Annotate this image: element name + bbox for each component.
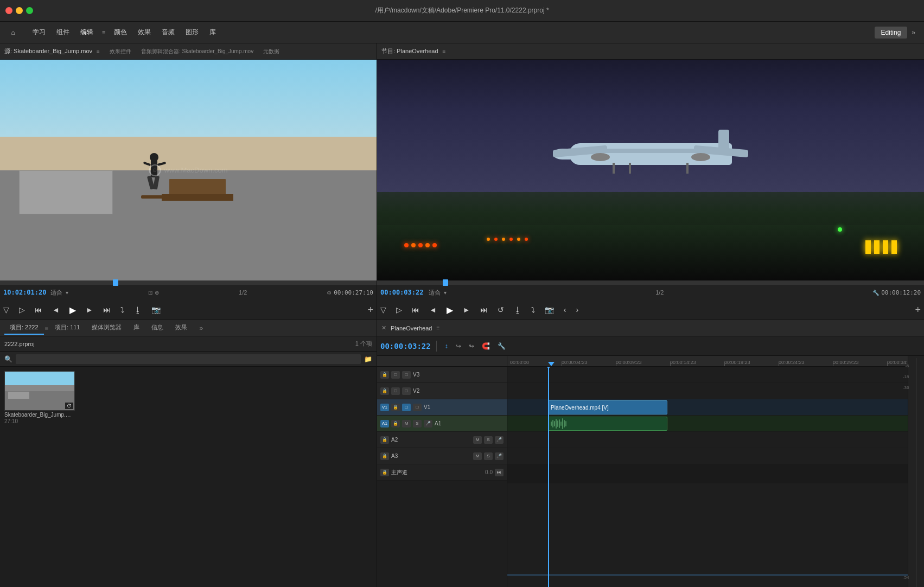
source-fit-label[interactable]: 适合 (50, 289, 62, 297)
source-timecode[interactable]: 10:02:01:20 (3, 289, 46, 296)
source-resolution[interactable]: 1/2 (239, 289, 247, 296)
a3-mic-btn[interactable]: 🎤 (495, 452, 504, 460)
program-mark-out[interactable]: ▷ (393, 303, 405, 316)
clip-planeover-video[interactable]: PlaneOverhead.mp4 [V] (548, 400, 667, 414)
a1-eye-btn[interactable]: M (402, 420, 411, 428)
program-play-back[interactable]: ◄ (426, 303, 440, 316)
a2-lock-btn[interactable]: 🔒 (380, 436, 389, 444)
source-mark-in[interactable]: ▽ (0, 303, 12, 316)
a3-s-btn[interactable]: S (484, 452, 493, 460)
program-insert[interactable]: ⭳ (511, 303, 525, 316)
a1-mic-btn[interactable]: 🎤 (424, 420, 432, 428)
program-step-back[interactable]: ⏮ (409, 303, 423, 316)
a1-active-btn[interactable]: A1 (380, 420, 389, 428)
program-resolution[interactable]: 1/2 (655, 289, 664, 296)
source-export-frame[interactable]: 📷 (148, 303, 164, 316)
clip-planeover-audio[interactable] (548, 417, 667, 431)
timeline-menu-icon[interactable]: ≡ (436, 325, 439, 331)
new-bin-icon[interactable]: 📁 (364, 355, 372, 363)
a2-s-btn[interactable]: S (484, 436, 493, 444)
program-fit-label[interactable]: 适合 (429, 289, 441, 297)
program-add-button[interactable]: + (912, 302, 924, 318)
v2-sync-btn[interactable]: □ (402, 387, 411, 395)
source-settings-icon[interactable]: ⚙ (327, 290, 332, 296)
close-button[interactable] (5, 7, 12, 14)
tab-media-browser[interactable]: 媒体浏览器 (86, 321, 127, 335)
source-add-button[interactable]: + (364, 302, 377, 318)
v1-active-btn[interactable]: V1 (380, 404, 389, 411)
media-item[interactable]: ⏱ Skateboarder_Big_Jump.mov 27:10 (4, 371, 75, 424)
tl-tool-ripple[interactable]: ↬ (466, 341, 477, 352)
source-overwrite[interactable]: ⭳ (131, 303, 145, 316)
menu-edit-icon[interactable]: ≡ (99, 27, 109, 38)
program-wrench-icon[interactable]: 🔧 (872, 290, 879, 296)
v1-sync-btn[interactable]: □ (413, 404, 422, 411)
program-fit-arrow[interactable]: ▾ (444, 290, 447, 296)
source-step-fwd[interactable]: ⏭ (100, 303, 114, 316)
source-export-icon[interactable]: ⊕ (155, 290, 159, 296)
source-scrubber[interactable] (0, 280, 377, 285)
program-scrubber[interactable] (377, 280, 924, 285)
source-play-fwd[interactable]: ► (82, 303, 97, 316)
source-fit-arrow[interactable]: ▾ (66, 290, 68, 296)
source-monitor-menu-icon[interactable]: ≡ (97, 48, 100, 54)
menu-audio[interactable]: 音频 (156, 25, 180, 39)
source-step-back[interactable]: ⏮ (31, 303, 46, 316)
menu-assembly[interactable]: 组件 (51, 25, 75, 39)
a1-lock-btn[interactable]: 🔒 (391, 420, 400, 428)
program-export[interactable]: 📷 (541, 303, 557, 316)
program-play[interactable]: ▶ (443, 303, 456, 317)
source-safe-icon[interactable]: ⊡ (148, 290, 152, 296)
v2-lock-btn[interactable]: 🔒 (380, 387, 389, 395)
program-step-fwd[interactable]: ⏭ (477, 303, 491, 316)
program-trim-next[interactable]: › (572, 303, 582, 316)
tab-info[interactable]: 信息 (146, 321, 169, 335)
v1-lock-btn[interactable]: 🔒 (391, 404, 400, 411)
menu-effects[interactable]: 效果 (132, 25, 156, 39)
source-mark-out[interactable]: ▷ (16, 303, 28, 316)
tab-project[interactable]: 项目: 2222 (4, 321, 44, 335)
source-tab-effects[interactable]: 效果控件 (110, 48, 131, 55)
timeline-close-icon[interactable]: ✕ (381, 324, 386, 331)
program-trim-prev[interactable]: ‹ (560, 303, 570, 316)
v3-eye-btn[interactable]: □ (391, 371, 400, 379)
program-timecode[interactable]: 00:00:03:22 (380, 289, 423, 296)
v1-eye-btn[interactable]: □ (402, 404, 411, 411)
tl-tool-wrench[interactable]: 🔧 (495, 341, 508, 352)
project-panel-menu-icon[interactable]: » (199, 324, 203, 332)
master-skip-btn[interactable]: ⏭ (495, 469, 504, 476)
a2-m-btn[interactable]: M (473, 436, 482, 444)
maximize-button[interactable] (26, 7, 33, 14)
menu-learn[interactable]: 学习 (27, 25, 51, 39)
editing-workspace-button[interactable]: Editing (875, 27, 908, 39)
menu-color[interactable]: 颜色 (109, 25, 132, 39)
source-tab-mixer[interactable]: 音频剪辑混合器: Skateboarder_Big_Jump.mov (141, 48, 253, 55)
program-overwrite[interactable]: ⤵ (528, 303, 538, 316)
menu-edit[interactable]: 编辑 (75, 25, 99, 39)
v3-sync-btn[interactable]: □ (402, 371, 411, 379)
minimize-button[interactable] (16, 7, 23, 14)
master-lock-btn[interactable]: 🔒 (380, 469, 389, 476)
v2-eye-btn[interactable]: □ (391, 387, 400, 395)
source-play-back[interactable]: ◄ (49, 303, 63, 316)
tab-library[interactable]: 库 (128, 321, 145, 335)
program-monitor-menu-icon[interactable]: ≡ (443, 48, 446, 54)
timeline-timecode[interactable]: 00:00:03:22 (380, 342, 431, 350)
tl-tool-razor[interactable]: ↪ (453, 341, 464, 352)
program-mark-in[interactable]: ▽ (377, 303, 390, 316)
tl-tool-select[interactable]: ↕ (442, 341, 451, 352)
tab-effects[interactable]: 效果 (170, 321, 193, 335)
home-button[interactable]: ⌂ (4, 24, 22, 41)
program-play-fwd[interactable]: ► (460, 303, 474, 316)
a3-m-btn[interactable]: M (473, 452, 482, 460)
search-input[interactable] (16, 354, 361, 364)
menu-graphics[interactable]: 图形 (180, 25, 204, 39)
tab-project-items[interactable]: 项目: 111 (49, 321, 85, 335)
source-tab-metadata[interactable]: 元数据 (263, 48, 279, 55)
program-loop[interactable]: ↺ (494, 303, 507, 316)
timeline-ruler[interactable]: 00:00:00 00:00:04:23 00:00:09:23 00:00:1… (507, 356, 908, 367)
source-play[interactable]: ▶ (66, 303, 79, 317)
a3-lock-btn[interactable]: 🔒 (380, 452, 389, 460)
source-insert[interactable]: ⤵ (117, 303, 128, 316)
a2-mic-btn[interactable]: 🎤 (495, 436, 504, 444)
